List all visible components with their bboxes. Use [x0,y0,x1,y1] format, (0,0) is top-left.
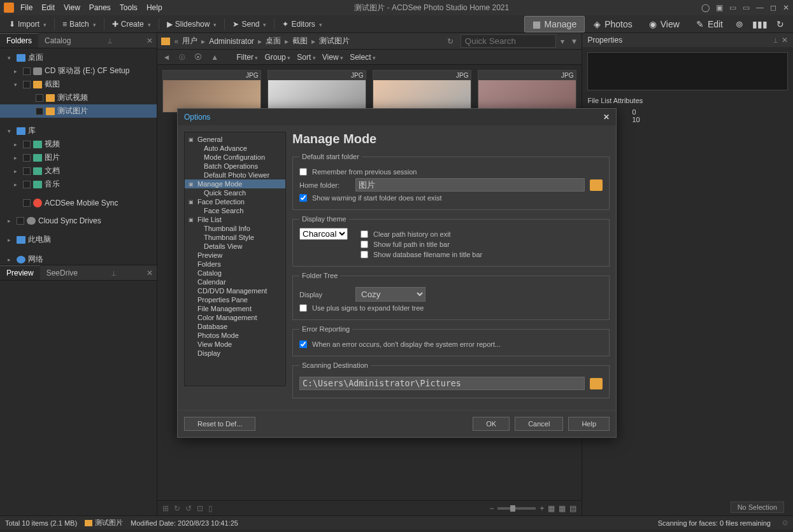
tree-testimage[interactable]: 测试图片 [0,104,157,118]
opt-manage-mode[interactable]: ▣Manage Mode [185,179,285,188]
opt-file-list[interactable]: ▣File List [185,215,285,224]
opt-view-mode[interactable]: View Mode [185,340,285,349]
dialog-close-button[interactable]: ✕ [603,113,610,122]
opt-color-mgmt[interactable]: Color Management [185,313,285,322]
tool-icon[interactable]: ↻ [174,504,180,513]
manage-tab[interactable]: ▦ Manage [524,16,585,32]
menu-help[interactable]: Help [146,3,162,12]
tree-thispc[interactable]: ▸此电脑 [0,233,157,246]
pin-icon[interactable]: ⟂ [108,269,120,277]
breadcrumb-item[interactable]: 用户 [182,36,197,46]
folder-icon[interactable] [161,38,170,45]
select-dropdown[interactable]: Select [350,53,376,62]
dashboard-icon[interactable]: ▮▮▮ [748,17,771,32]
opt-prop-pane[interactable]: Properties Pane [185,295,285,304]
nav-back2-icon[interactable]: ⦾ [178,53,187,62]
send-button[interactable]: ➤ Send [229,18,270,30]
show-db-filename-checkbox[interactable] [361,251,368,258]
zoom-slider[interactable] [497,507,536,510]
slideshow-button[interactable]: ▶ Slideshow [163,18,221,30]
nav-back-icon[interactable]: ◄ [161,53,171,62]
menu-edit[interactable]: Edit [41,3,55,12]
grid-icon-2[interactable]: ▦ [559,504,566,513]
show-warning-checkbox[interactable] [299,194,307,202]
opt-photos-mode[interactable]: Photos Mode [185,331,285,340]
thumbnail[interactable]: JPG [162,70,261,113]
breadcrumb-caret[interactable]: « [174,37,178,46]
refresh-icon[interactable]: ↻ [447,37,454,46]
opt-default-viewer[interactable]: Default Photo Viewer [185,171,285,179]
opt-database[interactable]: Database [185,322,285,331]
maximize-button[interactable]: ◻ [770,3,776,12]
use-plus-checkbox[interactable] [299,304,307,312]
close-panel-icon[interactable]: ✕ [143,36,157,45]
menu-tools[interactable]: Tools [120,3,138,12]
filter-icon[interactable]: ▼ [571,37,578,46]
tool-icon[interactable]: ⊞ [162,504,169,513]
close-panel-icon[interactable]: ✕ [143,269,157,277]
tree-music[interactable]: ▸音乐 [0,178,157,191]
sync-icon[interactable]: ↻ [773,17,788,32]
zoom-in-icon[interactable]: + [539,504,544,513]
scan-path-input[interactable] [299,377,585,390]
home-folder-input[interactable] [355,178,585,192]
pin-icon[interactable]: ⟂ [773,36,778,45]
view-tab[interactable]: ◉ View [641,17,687,32]
opt-folders[interactable]: Folders [185,260,285,269]
opt-quick-search[interactable]: Quick Search [185,188,285,197]
opt-display[interactable]: Display [185,349,285,358]
browse-button[interactable] [590,378,603,389]
tree-documents[interactable]: ▸文档 [0,164,157,178]
nav-fwd-icon[interactable]: ⦿ [193,53,203,62]
group-dropdown[interactable]: Group [264,53,290,62]
thumbnail[interactable]: JPG [268,70,366,113]
quick-search-input[interactable] [461,34,556,48]
breadcrumb-item[interactable]: 桌面 [266,36,281,46]
reset-button[interactable]: Reset to Def... [184,417,255,431]
tool-icon[interactable]: ↺ [185,504,192,513]
opt-face-detection[interactable]: ▣Face Detection [185,197,285,206]
browse-button[interactable] [590,179,603,191]
opt-auto-advance[interactable]: Auto Advance [185,144,285,153]
layout-icon[interactable]: ▣ [716,3,723,12]
thumbnail[interactable]: JPG [373,70,471,113]
tree-desktop[interactable]: ▾桌面 [0,51,157,64]
breadcrumb-item[interactable]: 截图 [292,36,308,46]
list-icon[interactable]: ▤ [569,504,576,513]
tree-testvideo[interactable]: 测试视频 [0,91,157,104]
help-button[interactable]: Help [568,417,610,431]
status-icon[interactable]: ⊙ [782,519,788,527]
tree-cd-drive[interactable]: ▸CD 驱动器 (E:) CF Setup [0,64,157,78]
tree-pictures[interactable]: ▸图片 [0,151,157,164]
tool-icon[interactable]: ▯ [208,504,213,513]
view-dropdown[interactable]: View [322,53,343,62]
pin-icon[interactable]: ⟂ [104,36,116,45]
editors-button[interactable]: ✦ Editors [278,18,325,30]
display-select[interactable]: Cozy [355,287,425,302]
tree-mobilesync[interactable]: ACDSee Mobile Sync [0,197,157,209]
close-button[interactable]: ✕ [783,3,789,12]
nav-up-icon[interactable]: ▲ [210,53,220,62]
menu-panes[interactable]: Panes [89,3,111,12]
menu-view[interactable]: View [64,3,80,12]
tree-screenshot[interactable]: ▾截图 [0,78,157,91]
folders-tab[interactable]: Folders [0,33,38,48]
tree-cloudsync[interactable]: ▸Cloud Sync Drives [0,215,157,227]
create-button[interactable]: ✚ Create [108,18,155,30]
opt-general[interactable]: ▣General [185,135,285,144]
layout-icon-2[interactable]: ▭ [729,3,736,12]
breadcrumb-item[interactable]: Administrator [209,37,254,46]
error-checkbox[interactable] [299,340,307,348]
365-button[interactable]: ⊚ [732,17,747,32]
filter-dropdown[interactable]: Filter [236,53,258,62]
theme-select[interactable]: Charcoal [299,228,348,240]
catalog-tab[interactable]: Catalog [38,34,77,48]
tree-video[interactable]: ▸视频 [0,137,157,151]
photos-tab[interactable]: ◈ Photos [586,17,640,32]
opt-thumb-info[interactable]: Thumbnail Info [185,224,285,233]
opt-details-view[interactable]: Details View [185,242,285,251]
grid-icon[interactable]: ▦ [548,504,555,513]
opt-catalog[interactable]: Catalog [185,269,285,277]
seedrive-tab[interactable]: SeeDrive [40,266,84,280]
opt-preview[interactable]: Preview [185,251,285,260]
